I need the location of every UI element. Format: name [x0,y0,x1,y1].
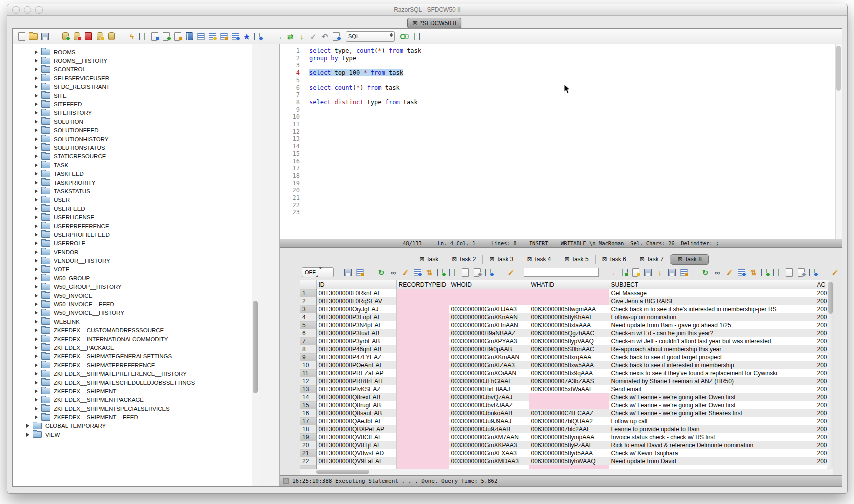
disclosure-triangle-icon[interactable] [35,398,38,402]
tab-close-icon[interactable]: ⊠ [420,256,424,262]
cell-whatid[interactable] [529,298,609,306]
cell-ac[interactable]: 200 [815,402,827,410]
sql-mode-select[interactable]: SQL [346,32,395,42]
cell-ac[interactable]: 200 [815,338,827,346]
cell-ac[interactable]: 200 [815,386,827,394]
cell-whoid[interactable]: 0033000000GmXHJAA3 [449,306,529,314]
cell-id[interactable]: 00T3000000P47LYEAZ [316,354,396,362]
reference-book-icon[interactable] [184,32,194,42]
cell-id[interactable]: 00T3000000P3tuvEAB [316,330,396,338]
cell-whatid[interactable]: 006300000058xw5AAA [529,362,609,370]
tree-item-vote[interactable]: VOTE [13,266,259,274]
cell-whoid[interactable]: 0033000000H9aNBAAZ [449,330,529,338]
cell-recordtypeid[interactable] [396,458,449,466]
disclosure-triangle-icon[interactable] [35,85,38,89]
disclosure-triangle-icon[interactable] [35,102,38,106]
disclosure-triangle-icon[interactable] [35,372,38,376]
cell-id[interactable]: 00T3000000PRR8rEAH [316,378,396,386]
cell-id[interactable]: 00T3000000L0RknEAF [316,290,396,298]
cell-recordtypeid[interactable] [396,442,449,450]
cell-whoid[interactable]: 0033000000HirF8AAJ [449,386,529,394]
disclosure-triangle-icon[interactable] [35,381,38,385]
result-tab-task-5[interactable]: ⊠task 5 [558,255,596,264]
cell-whoid[interactable]: 0033000000JbvQzAAJ [449,394,529,402]
tab-close-icon[interactable]: ⊠ [565,256,570,262]
disclosure-triangle-icon[interactable] [35,354,38,358]
cell-whatid[interactable]: 006300000058xlaAAA [529,322,609,330]
disclosure-triangle-icon[interactable] [35,198,38,202]
execute-script-icon[interactable] [150,32,160,42]
table-row[interactable]: 1400T3000000Q8rexEAB0033000000JbvQzAAJCh… [300,394,827,402]
cell-subject[interactable]: Invoice status check - check w/ RS first [609,434,815,442]
cell-whatid[interactable]: 00630000007A3bZAAS [529,378,609,386]
table-row[interactable]: 1900T3000000QV8CfEAL0033000000GmXM7AAN00… [300,434,827,442]
disclosure-triangle-icon[interactable] [26,424,30,428]
grid-vertical-scrollbar[interactable] [828,280,834,468]
column-header-recordtypeid[interactable]: RECORDTYPEID [396,280,449,290]
disclosure-triangle-icon[interactable] [35,259,38,263]
cell-ac[interactable]: 200 [815,418,827,426]
result-tab-task-4[interactable]: ⊠task 4 [520,255,558,264]
cell-recordtypeid[interactable] [396,370,449,378]
copy-table-icon[interactable] [808,268,818,278]
table-settings-icon[interactable] [772,268,782,278]
tree-item-zkfedex-shipment[interactable]: ZKFEDEX__SHIPMENT [13,387,259,396]
cell-whoid[interactable]: 0033000000H9i0pAAB [449,346,529,354]
disclosure-triangle-icon[interactable] [35,68,38,72]
cell-whoid[interactable]: 0033000000GmXLXAA3 [449,450,529,458]
refresh-results-icon[interactable]: ↻ [700,268,710,278]
cell-ac[interactable]: 200 [815,362,827,370]
edit-cell-icon[interactable] [724,268,734,278]
column-header-id[interactable]: ID [316,280,396,290]
disconnect-database-icon[interactable] [84,32,94,42]
disclosure-triangle-icon[interactable] [35,390,38,394]
table-row[interactable]: 300T3000000OiyJgEAJ0033000000GmXHJAA3006… [300,306,827,314]
go-forward-icon[interactable]: → [274,32,284,42]
cell-ac[interactable]: 200 [815,450,827,458]
cell-id[interactable] [316,466,396,470]
tree-item-zkfedex-internationalcommodity[interactable]: ZKFEDEX__INTERNATIONALCOMMODITY [13,335,259,344]
page-view-icon[interactable] [460,268,470,278]
column-header-subject[interactable]: SUBJECT [609,280,815,290]
cell-id[interactable]: 00T3000000Q8rexEAB [316,394,396,402]
panel-splitter[interactable] [260,44,280,486]
cell-subject[interactable]: Check w/ Kevin Tsujihara [609,450,815,458]
tree-item-sfdc-registrant[interactable]: SFDC_REGISTRANT [13,83,259,92]
table-row[interactable]: 600T3000000P3tuvEAB0033000000H9aNBAAZ006… [300,330,827,338]
table-settings-icon[interactable] [448,268,458,278]
cell-id[interactable]: 00T3000000QV9FaEAL [316,458,396,466]
tree-item-zkfedex-shipmatescheduledjobssettings[interactable]: ZKFEDEX__SHIPMATESCHEDULEDJOBSSETTINGS [13,378,259,387]
disclosure-triangle-icon[interactable] [35,285,38,289]
refresh-results-icon[interactable]: ↻ [376,268,386,278]
cell-whatid[interactable]: 006300000058yPzAAI [529,442,609,450]
highlight-pen-icon[interactable] [506,268,516,278]
tree-item-zkfedex-shipmatepreference[interactable]: ZKFEDEX__SHIPMATEPREFERENCE [13,361,259,370]
title-bar[interactable]: RazorSQL - SFDCW50 II [8,4,848,16]
disclosure-triangle-icon[interactable] [35,50,38,54]
disclosure-triangle-icon[interactable] [35,294,38,298]
table-row[interactable]: 2200T3000000QV9FaEAL0033000000GmXMDAA300… [300,458,827,466]
cell-whoid[interactable]: 0033000000GmXOiAAN [449,370,529,378]
tree-item-w50-group[interactable]: W50_GROUP [13,274,259,282]
disclosure-triangle-icon[interactable] [35,276,38,280]
cell-recordtypeid[interactable] [396,426,449,434]
tree-item-taskstatus[interactable]: TASKSTATUS [13,187,259,196]
cell-subject[interactable]: Check w/ Leanne - we're going after Shea… [609,410,815,418]
disclosure-triangle-icon[interactable] [35,76,38,80]
close-window-button[interactable] [12,6,20,14]
tree-item-userpreference[interactable]: USERPREFERENCE [13,222,259,230]
cell-recordtypeid[interactable] [396,410,449,418]
next-match-icon[interactable]: → [607,268,617,278]
filter-results-icon[interactable] [355,268,365,278]
results-search-input[interactable] [524,268,599,277]
cell-subject[interactable]: Check back in to see if she's interested… [609,306,815,314]
notes-add-icon[interactable] [631,268,641,278]
cell-subject[interactable]: Re-approach about membership this year [609,346,815,354]
view-glasses-icon[interactable]: ∞ [712,268,722,278]
cell-whatid[interactable]: 006300000058yd5AAA [529,450,609,458]
cell-id[interactable]: 00T3000000P3LopEAF [316,314,396,322]
cell-subject[interactable]: Check-in w/ Jeff - couldn't afford last … [609,338,815,346]
cell-whatid[interactable]: 006300000058xrqAAA [529,354,609,362]
cell-whatid[interactable]: 00630000007blc2AAE [529,426,609,434]
tree-item-w50-group-history[interactable]: W50_GROUP__HISTORY [13,283,259,292]
